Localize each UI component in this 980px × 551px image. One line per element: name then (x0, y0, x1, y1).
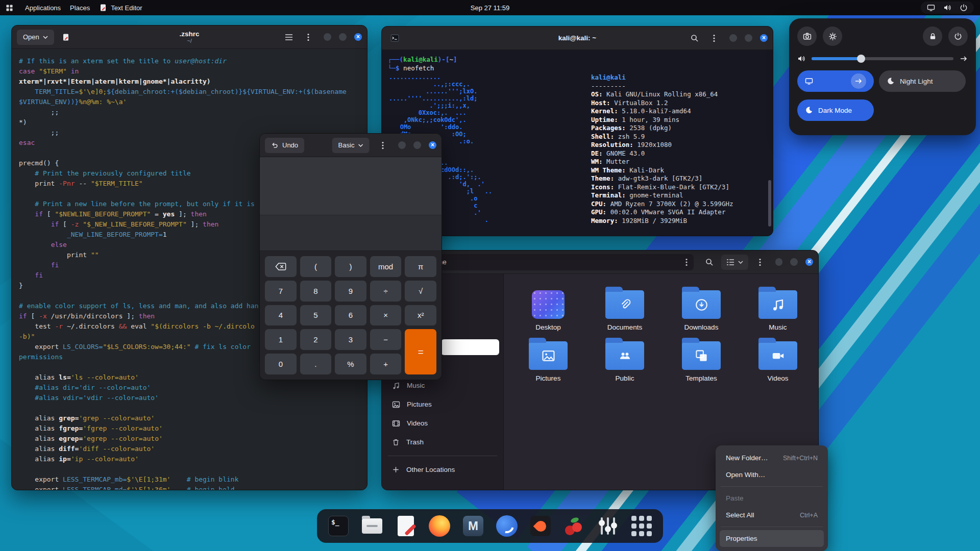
key-1[interactable]: 1 (265, 329, 297, 350)
key-2[interactable]: 2 (300, 329, 332, 350)
sidebar-item-trash[interactable]: Trash (386, 433, 499, 452)
key-)[interactable]: ) (335, 256, 366, 277)
files-icon[interactable] (361, 515, 383, 537)
folder-documents[interactable]: Documents (594, 287, 656, 331)
key-3[interactable]: 3 (335, 329, 366, 350)
night-light-toggle[interactable]: Night Light (879, 70, 966, 92)
open-button[interactable]: Open (17, 30, 54, 45)
maximize-button[interactable] (790, 258, 798, 266)
kebab-menu-button[interactable] (375, 138, 390, 153)
new-document-button[interactable] (58, 30, 74, 45)
power-icon[interactable] (960, 4, 968, 12)
audio-output-arrow-icon[interactable] (960, 55, 968, 63)
cherrytree-icon[interactable] (563, 515, 585, 537)
desktop[interactable]: ApplicationsPlacesText Editor Sep 27 11:… (0, 0, 980, 551)
key-([interactable]: ( (300, 256, 332, 277)
key-0[interactable]: 0 (265, 354, 297, 374)
key-6[interactable]: 6 (335, 305, 366, 326)
minimize-button[interactable] (398, 141, 406, 149)
menu-item-open-with[interactable]: Open With… (720, 466, 824, 483)
key-backspace[interactable] (265, 256, 297, 277)
text-editor-icon[interactable] (395, 515, 417, 537)
screen-toggle-arrow[interactable] (851, 73, 866, 89)
screen-toggle[interactable] (797, 70, 874, 92)
key-7[interactable]: 7 (265, 281, 297, 302)
key-÷[interactable]: ÷ (370, 281, 402, 302)
folder-downloads[interactable]: Downloads (670, 287, 732, 331)
scrollbar-thumb[interactable] (768, 180, 771, 227)
close-button[interactable] (354, 33, 362, 41)
key-equals[interactable]: = (405, 329, 436, 374)
workspaces-icon[interactable] (6, 5, 13, 11)
minimize-button[interactable] (729, 34, 737, 42)
search-button[interactable] (702, 255, 717, 270)
key-x²[interactable]: x² (405, 305, 436, 326)
key-.[interactable]: . (300, 354, 332, 374)
path-kebab-icon[interactable] (685, 258, 688, 266)
show-apps-icon[interactable] (630, 515, 653, 537)
sidebar-item-videos[interactable]: Videos (386, 414, 499, 433)
key-+[interactable]: + (370, 354, 402, 374)
kebab-menu-button[interactable] (301, 30, 316, 45)
search-entry[interactable] (441, 339, 499, 355)
dark-mode-toggle[interactable]: Dark Mode (797, 99, 874, 121)
menu-text-editor[interactable]: Text Editor (96, 2, 145, 13)
metasploit-icon[interactable]: M (462, 515, 484, 537)
close-button[interactable] (760, 34, 768, 42)
mode-dropdown[interactable]: Basic (332, 138, 370, 153)
key-9[interactable]: 9 (335, 281, 366, 302)
key-mod[interactable]: mod (370, 256, 402, 277)
key-√[interactable]: √ (405, 281, 436, 302)
maximize-button[interactable] (413, 141, 421, 149)
lock-button[interactable] (923, 27, 942, 46)
key-×[interactable]: × (370, 305, 402, 326)
settings-button[interactable] (823, 27, 842, 46)
volume-slider[interactable] (812, 57, 953, 60)
key-4[interactable]: 4 (265, 305, 297, 326)
key-π[interactable]: π (405, 256, 436, 277)
minimize-button[interactable] (324, 33, 331, 41)
firefox-icon[interactable] (428, 515, 451, 537)
hamburger-menu-button[interactable] (281, 30, 297, 45)
cutter-icon[interactable] (496, 515, 518, 537)
maximize-button[interactable] (339, 33, 347, 41)
menu-item-paste[interactable]: Paste (720, 490, 824, 507)
topbar-status-icons[interactable] (921, 2, 974, 14)
folder-public[interactable]: Public (594, 338, 656, 382)
burpsuite-icon[interactable] (529, 515, 552, 537)
key-−[interactable]: − (370, 329, 402, 350)
minimize-button[interactable] (775, 258, 783, 266)
volume-knob[interactable] (857, 55, 865, 63)
menu-item-select-all[interactable]: Select AllCtrl+A (720, 507, 824, 523)
key-%[interactable]: % (335, 354, 366, 374)
key-8[interactable]: 8 (300, 281, 332, 302)
sidebar-item-pictures[interactable]: Pictures (386, 395, 499, 414)
sidebar-item-other-locations[interactable]: Other Locations (386, 460, 499, 479)
folder-videos[interactable]: Videos (747, 338, 809, 382)
menu-item-properties[interactable]: Properties (720, 530, 824, 547)
volume-icon[interactable] (943, 4, 951, 12)
menu-item-new-folder[interactable]: New Folder…Shift+Ctrl+N (720, 449, 824, 466)
menu-applications[interactable]: Applications (22, 3, 64, 13)
power-button[interactable] (948, 27, 968, 46)
close-button[interactable] (805, 258, 813, 266)
mixer-icon[interactable] (597, 515, 619, 537)
key-5[interactable]: 5 (300, 305, 332, 326)
search-button[interactable] (687, 31, 702, 46)
folder-templates[interactable]: Templates (670, 338, 732, 382)
kebab-menu-button[interactable] (752, 255, 768, 270)
menu-places[interactable]: Places (67, 3, 93, 13)
terminal-icon[interactable]: $_ (327, 515, 350, 537)
close-button[interactable] (429, 141, 436, 149)
kebab-menu-button[interactable] (706, 31, 722, 46)
clock[interactable]: Sep 27 11:59 (471, 4, 509, 12)
terminal-scrollbar[interactable] (768, 50, 772, 236)
screenshot-button[interactable] (797, 27, 817, 46)
display-icon[interactable] (927, 4, 935, 12)
maximize-button[interactable] (745, 34, 752, 42)
view-toggle-button[interactable] (721, 255, 748, 270)
folder-music[interactable]: Music (747, 287, 809, 331)
folder-pictures[interactable]: Pictures (517, 338, 579, 382)
folder-desktop[interactable]: Desktop (517, 287, 579, 331)
path-bar[interactable]: Home (409, 254, 694, 270)
